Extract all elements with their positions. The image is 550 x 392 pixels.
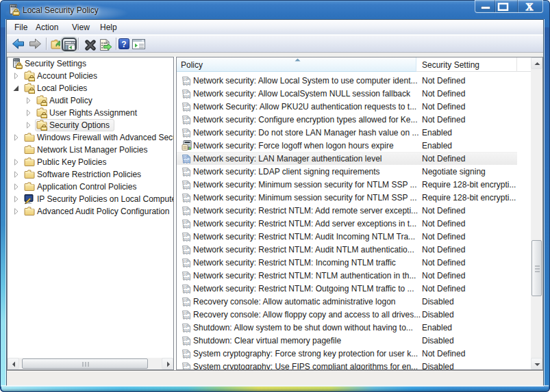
svg-text:?: ? bbox=[121, 40, 126, 49]
svg-text:X: X bbox=[526, 1, 534, 12]
